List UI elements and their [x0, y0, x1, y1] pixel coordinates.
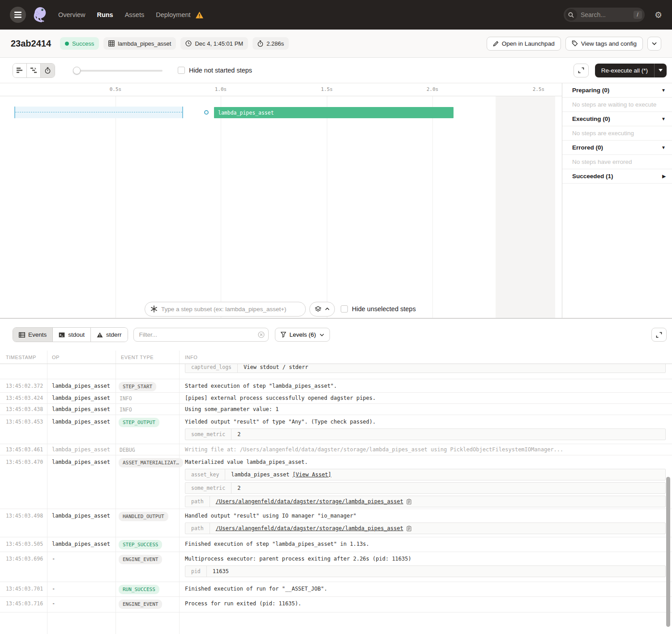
log-filter-input[interactable]	[133, 328, 269, 342]
step-start-marker-icon[interactable]	[204, 110, 209, 115]
slider-knob[interactable]	[73, 67, 81, 74]
copy-clipboard-icon[interactable]	[407, 499, 411, 505]
log-op: -	[47, 552, 116, 582]
panel-empty-text: No steps are waiting to execute	[562, 98, 672, 112]
deployment-warning-icon[interactable]	[195, 11, 204, 19]
nav-deployment[interactable]: Deployment	[156, 11, 190, 18]
col-op: OP	[47, 355, 116, 360]
run-header: 23ab2414 Success lambda_pipes_asset Dec …	[0, 30, 672, 58]
tab-stdout[interactable]: stdout	[53, 328, 91, 342]
hamburger-menu-icon[interactable]	[10, 7, 26, 23]
job-tag[interactable]: lambda_pipes_asset	[103, 37, 176, 50]
log-table-header: TIMESTAMP OP EVENT TYPE INFO	[0, 351, 672, 364]
log-op: lambda_pipes_asset	[47, 415, 116, 444]
log-op: lambda_pipes_asset	[47, 379, 116, 392]
op-selector-icon	[150, 305, 158, 313]
panel-section-succeeded[interactable]: Succeeded (1) ▶	[562, 169, 672, 184]
log-scrollbar-thumb[interactable]	[666, 477, 670, 627]
log-row[interactable]: 13:45:03.453 lambda_pipes_asset STEP_OUT…	[0, 415, 672, 444]
caret-down-icon: ▼	[661, 88, 666, 93]
meta-key: some_metric	[185, 483, 231, 493]
timeline-tick: 1.5s	[316, 86, 338, 92]
log-row[interactable]: 13:45:03.461 lambda_pipes_asset DEBUG Wr…	[0, 444, 672, 455]
job-grid-icon	[108, 40, 115, 47]
caret-right-icon: ▶	[662, 174, 666, 179]
levels-filter-button[interactable]: Levels (6)	[275, 328, 330, 342]
tab-stderr[interactable]: stderr	[91, 328, 128, 342]
storage-path-link[interactable]: /Users/alangenfeld/data/dagster/storage/…	[216, 498, 403, 505]
settings-gear-icon[interactable]: ⚙	[655, 10, 662, 20]
storage-path-link[interactable]: /Users/alangenfeld/data/dagster/storage/…	[216, 525, 403, 531]
event-type-badge: ASSET_MATERIALIZAT…	[119, 458, 183, 467]
panel-section-preparing[interactable]: Preparing (0) ▼	[562, 83, 672, 98]
meta-key: captured_logs	[185, 364, 238, 373]
gantt-zoom-slider[interactable]	[73, 64, 163, 77]
view-tags-config-button[interactable]: View tags and config	[565, 37, 643, 51]
funnel-icon	[281, 332, 286, 338]
run-status-badge: Success	[60, 37, 99, 50]
chevron-up-icon	[325, 308, 330, 310]
dagster-logo-icon[interactable]	[30, 4, 49, 25]
meta-value: lambda_pipes_asset	[231, 471, 289, 478]
view-asset-link[interactable]: [View Asset]	[292, 471, 331, 478]
run-actions-dropdown-button[interactable]	[647, 37, 661, 51]
log-info: Multiprocess executor: parent process ex…	[185, 556, 411, 562]
logs-fullscreen-button[interactable]	[651, 328, 667, 342]
log-row[interactable]: 13:45:03.716 - ENGINE_EVENT Process for …	[0, 597, 672, 613]
log-info: [pipes] external process successfully op…	[179, 393, 672, 403]
view-stdout-stderr-link[interactable]: View stdout / stderr	[244, 364, 308, 370]
view-flat-icon[interactable]	[13, 64, 27, 77]
event-log-table: TIMESTAMP OP EVENT TYPE INFO captured_lo…	[0, 351, 672, 634]
nav-assets[interactable]: Assets	[125, 11, 145, 18]
hide-not-started-checkbox[interactable]	[178, 67, 185, 74]
expand-icon	[656, 332, 662, 338]
log-row[interactable]: 13:45:03.498 lambda_pipes_asset HANDLED_…	[0, 509, 672, 537]
meta-key: asset_key	[185, 469, 225, 480]
meta-key: some_metric	[185, 429, 231, 440]
events-table-icon	[19, 332, 25, 338]
meta-value: 2	[231, 483, 246, 493]
nav-runs[interactable]: Runs	[97, 11, 113, 18]
view-waterfall-icon[interactable]	[27, 64, 41, 77]
tab-events[interactable]: Events	[13, 328, 53, 342]
event-type-label: DEBUG	[119, 446, 136, 454]
log-row[interactable]: 13:45:03.701 - RUN_SUCCESS Finished exec…	[0, 582, 672, 597]
global-search-input[interactable]: Search... /	[564, 8, 645, 22]
log-op: lambda_pipes_asset	[47, 444, 116, 455]
log-row[interactable]: 13:45:03.438 lambda_pipes_asset INFO Usi…	[0, 404, 672, 415]
hide-unselected-checkbox[interactable]	[341, 305, 348, 313]
log-info: Handled output "result" using IO manager…	[185, 513, 356, 519]
gantt-chart: 0.5s 1.0s 1.5s 2.0s 2.5s lambda_pipes_as…	[0, 83, 562, 318]
log-row[interactable]: 13:45:02.372 lambda_pipes_asset STEP_STA…	[0, 379, 672, 393]
view-timed-icon[interactable]	[41, 64, 55, 77]
log-timestamp: 13:45:03.701	[0, 582, 47, 596]
log-row[interactable]: 13:45:03.470 lambda_pipes_asset ASSET_MA…	[0, 455, 672, 509]
log-info: Using some_parameter value: 1	[179, 404, 672, 415]
panel-section-errored[interactable]: Errored (0) ▼	[562, 141, 672, 155]
log-row[interactable]: 13:45:03.424 lambda_pipes_asset INFO [pi…	[0, 393, 672, 404]
log-row[interactable]: 13:45:03.696 - ENGINE_EVENT Multiprocess…	[0, 552, 672, 582]
run-id: 23ab2414	[11, 39, 51, 49]
log-row[interactable]: captured_logs View stdout / stderr	[0, 364, 672, 379]
event-type-badge: RUN_SUCCESS	[119, 585, 159, 594]
gantt-step-bar[interactable]: lambda_pipes_asset	[214, 107, 454, 118]
open-in-launchpad-button[interactable]: Open in Launchpad	[487, 37, 561, 51]
step-subset-apply-button[interactable]	[309, 302, 335, 317]
log-info: Started execution of step "lambda_pipes_…	[179, 379, 672, 392]
log-op: -	[47, 582, 116, 596]
reexecute-dropdown-caret[interactable]	[654, 64, 667, 77]
slider-track	[77, 70, 163, 72]
reexecute-all-button[interactable]: Re-execute all (*)	[595, 64, 667, 77]
gantt-fullscreen-button[interactable]	[574, 64, 589, 77]
gantt-view-mode-group	[13, 63, 55, 78]
clear-filter-icon[interactable]	[258, 331, 265, 338]
log-row[interactable]: 13:45:03.505 lambda_pipes_asset STEP_SUC…	[0, 537, 672, 552]
nav-overview[interactable]: Overview	[58, 11, 85, 18]
log-info: Yielded output "result" of type "Any". (…	[185, 419, 376, 425]
gridline	[327, 96, 327, 318]
step-subset-input[interactable]	[145, 302, 306, 317]
panel-section-executing[interactable]: Executing (0) ▼	[562, 112, 672, 126]
copy-clipboard-icon[interactable]	[407, 526, 411, 531]
log-timestamp: 13:45:03.716	[0, 597, 47, 612]
timeline-tick: 2.5s	[528, 86, 549, 92]
